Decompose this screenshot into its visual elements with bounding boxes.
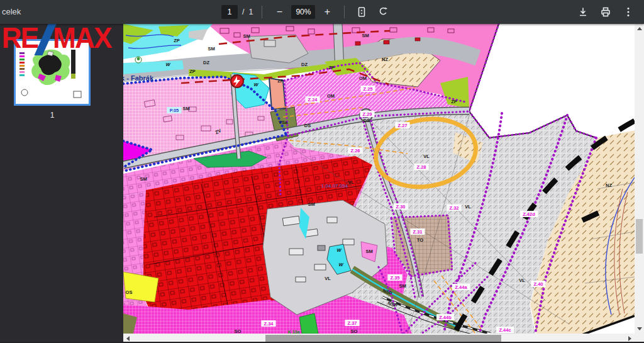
- svg-text:Z.28: Z.28: [416, 164, 426, 170]
- svg-text:Z.25: Z.25: [363, 86, 372, 92]
- svg-text:SM: SM: [140, 176, 147, 182]
- map-label: SM: [362, 33, 369, 38]
- svg-text:DZ: DZ: [203, 60, 209, 65]
- page-total: 1: [248, 8, 253, 16]
- map-label: VSa: [279, 120, 288, 125]
- map-label: W: [165, 62, 170, 67]
- map-label: VL: [423, 154, 430, 159]
- svg-text:Z.37: Z.37: [347, 320, 357, 326]
- zone-label: Z.37: [345, 320, 359, 326]
- svg-text:Z.27: Z.27: [397, 123, 407, 128]
- page-thumbnail[interactable]: [14, 39, 91, 106]
- zone-label: Z.28: [414, 164, 428, 170]
- map-label: DZ: [301, 62, 308, 67]
- svg-text:SO: SO: [235, 329, 242, 334]
- svg-text:SM: SM: [208, 46, 214, 52]
- download-icon[interactable]: [575, 4, 591, 20]
- svg-text:SO: SO: [351, 329, 358, 334]
- svg-text:Z.40: Z.40: [533, 281, 543, 287]
- page-number-input[interactable]: 1: [221, 5, 238, 19]
- zone-label: Z.31: [410, 228, 425, 235]
- zone-label: Z.25: [360, 86, 375, 92]
- svg-text:Z.44b: Z.44b: [439, 315, 452, 320]
- svg-text:Z.35: Z.35: [390, 275, 399, 281]
- svg-text:Z.32: Z.32: [449, 205, 458, 211]
- svg-text:SM: SM: [399, 283, 406, 289]
- zone-label: Z.44b: [436, 314, 454, 320]
- map-label: OM: [359, 76, 367, 81]
- map-label: VL: [325, 276, 331, 281]
- map-label: VL: [348, 179, 354, 185]
- toolbar-right-controls: [575, 0, 636, 24]
- svg-text:SM: SM: [243, 33, 250, 39]
- toolbar-divider: [262, 6, 262, 18]
- svg-text:Z.26: Z.26: [350, 148, 360, 154]
- svg-text:SM: SM: [182, 106, 189, 111]
- svg-text:Z.24: Z.24: [308, 97, 318, 103]
- document-title: celek: [2, 7, 21, 16]
- svg-text:NZ: NZ: [606, 183, 612, 188]
- map-label: SM: [365, 249, 372, 254]
- map-label: SM: [182, 106, 189, 111]
- svg-text:W: W: [165, 62, 170, 67]
- map-label: DZ: [203, 60, 209, 65]
- svg-text:VL: VL: [465, 204, 471, 210]
- svg-text:OM: OM: [327, 93, 335, 99]
- zone-label: Z.27: [395, 122, 409, 128]
- map-label: ZP: [189, 69, 196, 74]
- svg-text:VL: VL: [519, 278, 525, 283]
- map-label: VL: [519, 278, 525, 283]
- more-options-icon[interactable]: [620, 4, 636, 20]
- svg-text:Z.44a: Z.44a: [455, 284, 467, 290]
- map-label: SM: [140, 176, 147, 182]
- thumbnail-sidebar: RE MAX: [0, 24, 123, 343]
- zone-label: Z.40: [531, 281, 545, 287]
- map-label: W: [338, 262, 343, 267]
- map-label: ZP: [451, 99, 457, 104]
- map-label: NZ: [606, 183, 612, 188]
- svg-text:SM: SM: [308, 201, 314, 207]
- svg-text:DS: DS: [364, 118, 370, 123]
- zoning-map-page: Z.24Z.25Z.26Z.27Z.28Z.29Z.30Z.31Z.32Z.34…: [123, 24, 635, 334]
- map-label: DS: [364, 118, 370, 123]
- print-icon[interactable]: [597, 4, 614, 20]
- vertical-scrollbar[interactable]: [635, 24, 644, 334]
- map-label: OS: [126, 290, 133, 295]
- zone-label: Z.44c: [496, 327, 514, 333]
- map-label: SO: [351, 329, 358, 334]
- svg-text:Z.34: Z.34: [264, 321, 274, 327]
- svg-text:VL: VL: [423, 154, 430, 159]
- pdf-page-viewport: Z.24Z.25Z.26Z.27Z.28Z.29Z.30Z.31Z.32Z.34…: [123, 24, 644, 343]
- svg-text:VL: VL: [348, 179, 354, 185]
- zoom-out-button[interactable]: −: [271, 4, 287, 20]
- zone-label: Z.30: [393, 203, 408, 210]
- map-label: VL: [465, 204, 471, 210]
- svg-text:OM: OM: [359, 76, 367, 81]
- zoom-in-button[interactable]: +: [319, 4, 335, 20]
- svg-text:ZP: ZP: [451, 99, 457, 104]
- svg-text:ZP: ZP: [174, 38, 180, 43]
- svg-text:DZ: DZ: [301, 62, 308, 67]
- svg-text:ký rybník - Fabrák: ký rybník - Fabrák: [123, 74, 154, 82]
- rotate-icon[interactable]: [375, 4, 391, 20]
- svg-text:Z.42d: Z.42d: [523, 211, 535, 217]
- zone-label: Z.26: [348, 147, 362, 154]
- zone-label: Z.42d: [520, 211, 538, 217]
- zone-label: Z.24: [305, 96, 319, 103]
- horizontal-scrollbar-thumb[interactable]: [265, 335, 501, 342]
- map-label: ZP: [328, 65, 335, 70]
- scroll-down-arrow-icon[interactable]: [635, 324, 644, 334]
- zoom-level-input[interactable]: 90%: [291, 5, 315, 19]
- scroll-up-arrow-icon[interactable]: [635, 24, 644, 33]
- svg-text:Z.44c: Z.44c: [499, 327, 511, 333]
- zone-label: Z.29: [360, 111, 374, 117]
- map-label: SM: [208, 46, 214, 52]
- zone-label: P.05: [167, 107, 181, 113]
- map-label: DS: [304, 123, 311, 128]
- map-label: SM: [399, 283, 406, 289]
- fit-page-icon[interactable]: [353, 4, 370, 20]
- svg-text:W: W: [253, 82, 258, 87]
- map-label: NZ: [382, 57, 388, 62]
- vertical-scrollbar-thumb[interactable]: [636, 219, 643, 254]
- svg-text:Z.30: Z.30: [396, 204, 405, 210]
